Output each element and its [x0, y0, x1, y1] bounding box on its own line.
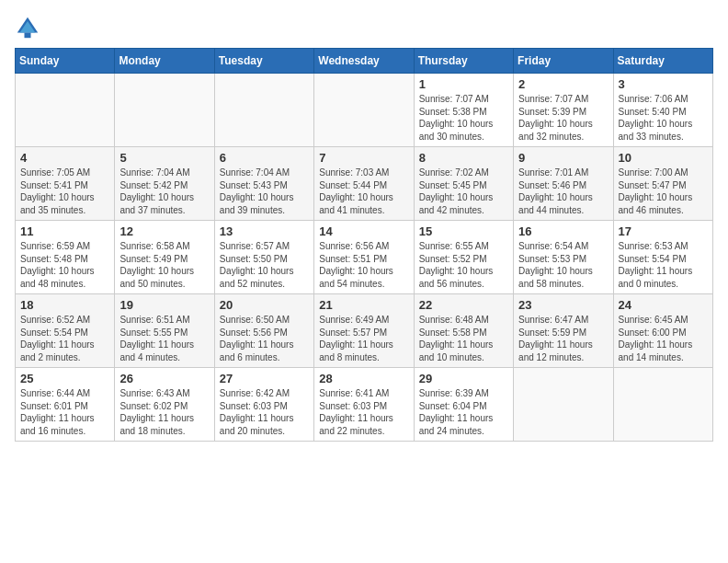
day-info: Sunrise: 7:07 AM Sunset: 5:38 PM Dayligh…: [419, 93, 508, 143]
day-info: Sunrise: 6:39 AM Sunset: 6:04 PM Dayligh…: [419, 387, 508, 437]
day-number: 26: [119, 372, 209, 385]
calendar-cell: [214, 74, 313, 147]
day-info: Sunrise: 6:49 AM Sunset: 5:57 PM Dayligh…: [319, 314, 408, 363]
day-number: 18: [20, 298, 109, 312]
day-info: Sunrise: 7:00 AM Sunset: 5:47 PM Dayligh…: [619, 167, 708, 216]
weekday-header-monday: Monday: [115, 49, 214, 74]
day-number: 2: [518, 77, 608, 91]
day-number: 20: [220, 298, 309, 312]
weekday-header-row: SundayMondayTuesdayWednesdayThursdayFrid…: [16, 49, 713, 74]
weekday-header-saturday: Saturday: [613, 49, 712, 74]
day-info: Sunrise: 6:58 AM Sunset: 5:49 PM Dayligh…: [119, 240, 209, 290]
day-info: Sunrise: 6:43 AM Sunset: 6:02 PM Dayligh…: [119, 387, 209, 437]
calendar-cell: 25Sunrise: 6:44 AM Sunset: 6:01 PM Dayli…: [16, 368, 115, 442]
calendar-cell: 4Sunrise: 7:05 AM Sunset: 5:41 PM Daylig…: [16, 147, 115, 221]
weekday-header-friday: Friday: [514, 49, 613, 74]
day-info: Sunrise: 6:51 AM Sunset: 5:55 PM Dayligh…: [119, 314, 209, 363]
day-number: 22: [419, 298, 508, 312]
day-info: Sunrise: 6:44 AM Sunset: 6:01 PM Dayligh…: [20, 387, 109, 437]
day-number: 4: [20, 151, 109, 165]
day-number: 1: [419, 77, 508, 91]
calendar-cell: 10Sunrise: 7:00 AM Sunset: 5:47 PM Dayli…: [613, 147, 712, 221]
day-number: 15: [419, 224, 508, 238]
day-info: Sunrise: 7:02 AM Sunset: 5:45 PM Dayligh…: [419, 167, 508, 216]
day-info: Sunrise: 7:04 AM Sunset: 5:43 PM Dayligh…: [220, 167, 309, 216]
day-number: 25: [20, 372, 109, 385]
calendar-cell: 16Sunrise: 6:54 AM Sunset: 5:53 PM Dayli…: [514, 221, 613, 294]
calendar-cell: 24Sunrise: 6:45 AM Sunset: 6:00 PM Dayli…: [613, 294, 712, 368]
day-info: Sunrise: 7:07 AM Sunset: 5:39 PM Dayligh…: [518, 93, 608, 143]
calendar-cell: 21Sunrise: 6:49 AM Sunset: 5:57 PM Dayli…: [314, 294, 414, 368]
day-info: Sunrise: 7:04 AM Sunset: 5:42 PM Dayligh…: [119, 167, 209, 216]
day-info: Sunrise: 6:42 AM Sunset: 6:03 PM Dayligh…: [220, 387, 309, 437]
day-info: Sunrise: 6:50 AM Sunset: 5:56 PM Dayligh…: [220, 314, 309, 363]
day-info: Sunrise: 6:45 AM Sunset: 6:00 PM Dayligh…: [619, 314, 708, 363]
calendar-cell: 28Sunrise: 6:41 AM Sunset: 6:03 PM Dayli…: [314, 368, 414, 442]
day-info: Sunrise: 6:52 AM Sunset: 5:54 PM Dayligh…: [20, 314, 109, 363]
calendar-cell: 14Sunrise: 6:56 AM Sunset: 5:51 PM Dayli…: [314, 221, 414, 294]
day-number: 7: [319, 151, 408, 165]
day-info: Sunrise: 7:06 AM Sunset: 5:40 PM Dayligh…: [619, 93, 708, 143]
svg-rect-2: [25, 33, 31, 39]
calendar-cell: 2Sunrise: 7:07 AM Sunset: 5:39 PM Daylig…: [514, 74, 613, 147]
day-number: 13: [220, 224, 309, 238]
weekday-header-sunday: Sunday: [16, 49, 115, 74]
calendar-cell: 12Sunrise: 6:58 AM Sunset: 5:49 PM Dayli…: [115, 221, 214, 294]
calendar-week-row: 18Sunrise: 6:52 AM Sunset: 5:54 PM Dayli…: [16, 294, 713, 368]
calendar-cell: [514, 368, 613, 442]
logo-icon: [15, 15, 40, 40]
calendar-cell: 23Sunrise: 6:47 AM Sunset: 5:59 PM Dayli…: [514, 294, 613, 368]
day-number: 19: [119, 298, 209, 312]
day-number: 3: [619, 77, 708, 91]
page-header: [15, 15, 713, 40]
calendar-cell: 18Sunrise: 6:52 AM Sunset: 5:54 PM Dayli…: [16, 294, 115, 368]
day-number: 12: [119, 224, 209, 238]
calendar-cell: 26Sunrise: 6:43 AM Sunset: 6:02 PM Dayli…: [115, 368, 214, 442]
calendar-cell: 11Sunrise: 6:59 AM Sunset: 5:48 PM Dayli…: [16, 221, 115, 294]
calendar-cell: [115, 74, 214, 147]
day-info: Sunrise: 7:01 AM Sunset: 5:46 PM Dayligh…: [518, 167, 608, 216]
calendar-cell: 1Sunrise: 7:07 AM Sunset: 5:38 PM Daylig…: [414, 74, 513, 147]
calendar-cell: 9Sunrise: 7:01 AM Sunset: 5:46 PM Daylig…: [514, 147, 613, 221]
calendar-cell: 13Sunrise: 6:57 AM Sunset: 5:50 PM Dayli…: [214, 221, 313, 294]
day-info: Sunrise: 6:59 AM Sunset: 5:48 PM Dayligh…: [20, 240, 109, 290]
calendar-week-row: 11Sunrise: 6:59 AM Sunset: 5:48 PM Dayli…: [16, 221, 713, 294]
day-number: 23: [518, 298, 608, 312]
day-number: 8: [419, 151, 508, 165]
calendar-cell: 3Sunrise: 7:06 AM Sunset: 5:40 PM Daylig…: [613, 74, 712, 147]
day-info: Sunrise: 6:53 AM Sunset: 5:54 PM Dayligh…: [619, 240, 708, 290]
day-number: 10: [619, 151, 708, 165]
day-number: 21: [319, 298, 408, 312]
day-info: Sunrise: 6:54 AM Sunset: 5:53 PM Dayligh…: [518, 240, 608, 290]
day-number: 27: [220, 372, 309, 385]
calendar-cell: 8Sunrise: 7:02 AM Sunset: 5:45 PM Daylig…: [414, 147, 513, 221]
day-number: 9: [518, 151, 608, 165]
calendar-cell: [16, 74, 115, 147]
calendar-cell: 22Sunrise: 6:48 AM Sunset: 5:58 PM Dayli…: [414, 294, 513, 368]
day-info: Sunrise: 7:03 AM Sunset: 5:44 PM Dayligh…: [319, 167, 408, 216]
day-info: Sunrise: 7:05 AM Sunset: 5:41 PM Dayligh…: [20, 167, 109, 216]
day-number: 5: [119, 151, 209, 165]
day-info: Sunrise: 6:48 AM Sunset: 5:58 PM Dayligh…: [419, 314, 508, 363]
calendar-week-row: 4Sunrise: 7:05 AM Sunset: 5:41 PM Daylig…: [16, 147, 713, 221]
day-info: Sunrise: 6:55 AM Sunset: 5:52 PM Dayligh…: [419, 240, 508, 290]
day-number: 28: [319, 372, 408, 385]
day-number: 16: [518, 224, 608, 238]
logo: [15, 15, 42, 40]
calendar-week-row: 25Sunrise: 6:44 AM Sunset: 6:01 PM Dayli…: [16, 368, 713, 442]
calendar-cell: 29Sunrise: 6:39 AM Sunset: 6:04 PM Dayli…: [414, 368, 513, 442]
calendar-cell: 19Sunrise: 6:51 AM Sunset: 5:55 PM Dayli…: [115, 294, 214, 368]
day-info: Sunrise: 6:57 AM Sunset: 5:50 PM Dayligh…: [220, 240, 309, 290]
day-info: Sunrise: 6:56 AM Sunset: 5:51 PM Dayligh…: [319, 240, 408, 290]
day-info: Sunrise: 6:47 AM Sunset: 5:59 PM Dayligh…: [518, 314, 608, 363]
calendar-cell: 7Sunrise: 7:03 AM Sunset: 5:44 PM Daylig…: [314, 147, 414, 221]
day-number: 11: [20, 224, 109, 238]
calendar-cell: [314, 74, 414, 147]
weekday-header-thursday: Thursday: [414, 49, 513, 74]
calendar-cell: 5Sunrise: 7:04 AM Sunset: 5:42 PM Daylig…: [115, 147, 214, 221]
calendar-cell: 17Sunrise: 6:53 AM Sunset: 5:54 PM Dayli…: [613, 221, 712, 294]
calendar-cell: 20Sunrise: 6:50 AM Sunset: 5:56 PM Dayli…: [214, 294, 313, 368]
day-number: 6: [220, 151, 309, 165]
day-info: Sunrise: 6:41 AM Sunset: 6:03 PM Dayligh…: [319, 387, 408, 437]
calendar-week-row: 1Sunrise: 7:07 AM Sunset: 5:38 PM Daylig…: [16, 74, 713, 147]
